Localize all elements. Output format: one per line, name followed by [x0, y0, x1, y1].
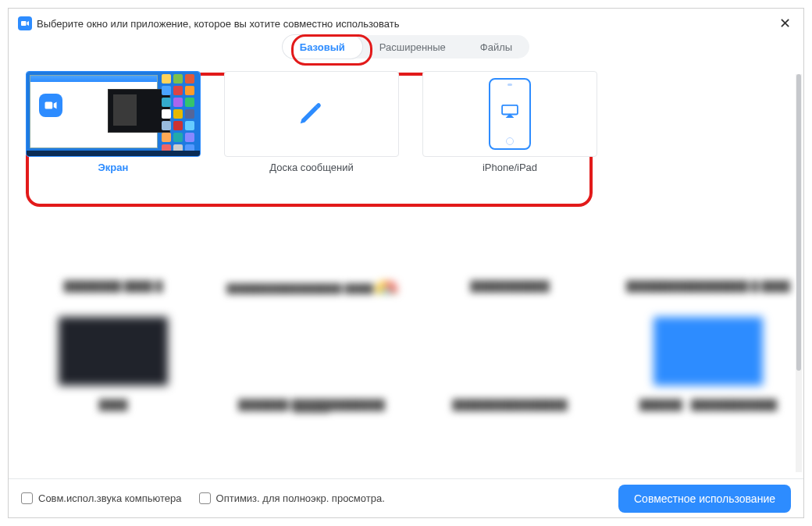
scrollbar-thumb[interactable] — [796, 74, 801, 371]
tile-app-blurred[interactable]: ████ — [26, 308, 201, 413]
window-title: Выберите окно или приложение, которое вы… — [37, 18, 400, 30]
airplay-icon — [501, 105, 518, 122]
svg-rect-0 — [21, 21, 27, 26]
tile-app-blurred[interactable]: ███████████ — [422, 190, 597, 294]
tile-app-blurred[interactable]: ████████ ████ █ — [26, 190, 201, 294]
tile-iphone-caption: iPhone/iPad — [422, 162, 597, 176]
device-icon — [489, 78, 531, 150]
tile-app-blurred[interactable]: █████████████████ █ ████ — [621, 190, 796, 294]
tile-whiteboard-caption: Доска сообщений — [224, 162, 399, 176]
tile-whiteboard[interactable]: Доска сообщений — [224, 71, 399, 176]
svg-rect-2 — [502, 105, 518, 115]
checkbox-icon — [199, 492, 211, 504]
checkbox-icon — [21, 492, 33, 504]
close-icon[interactable]: ✕ — [776, 15, 794, 32]
tile-app-blurred[interactable]: ████████████████ ████ — [224, 190, 399, 294]
tile-screen-caption: Экран — [26, 162, 201, 176]
footer-bar: Совм.испол.звука компьютера Оптимиз. для… — [9, 478, 803, 517]
zoom-logo-icon — [18, 16, 32, 30]
pencil-icon — [297, 98, 326, 130]
tile-app-blurred[interactable]: ████████████████ — [422, 308, 597, 413]
share-button[interactable]: Совместное использование — [618, 485, 791, 513]
scrollbar-track[interactable] — [796, 74, 802, 472]
share-sources-grid: Экран Доска сообщений — [26, 71, 796, 472]
tile-iphone-thumb — [422, 71, 597, 157]
tab-files[interactable]: Файлы — [463, 35, 529, 59]
tile-screen[interactable]: Экран — [26, 71, 201, 176]
tab-advanced[interactable]: Расширенные — [362, 35, 463, 59]
checkbox-share-audio-label: Совм.испол.звука компьютера — [38, 492, 182, 504]
tabs: Базовый Расширенные Файлы — [283, 35, 529, 59]
tile-screen-thumb — [26, 71, 201, 157]
checkbox-optimize-video-label: Оптимиз. для полноэкр. просмотра. — [216, 492, 385, 504]
zoom-icon — [39, 94, 62, 117]
checkbox-share-audio[interactable]: Совм.испол.звука компьютера — [21, 492, 182, 504]
tile-whiteboard-thumb — [224, 71, 399, 157]
svg-rect-1 — [45, 102, 53, 109]
tile-app-blurred[interactable]: ██████ ████████████ — [621, 308, 796, 413]
tile-app-blurred[interactable]: ███████ █████████████ █████ — [224, 308, 399, 413]
checkbox-optimize-video[interactable]: Оптимиз. для полноэкр. просмотра. — [199, 492, 385, 504]
tile-iphone-ipad[interactable]: iPhone/iPad — [422, 71, 597, 176]
tab-basic[interactable]: Базовый — [283, 35, 362, 59]
